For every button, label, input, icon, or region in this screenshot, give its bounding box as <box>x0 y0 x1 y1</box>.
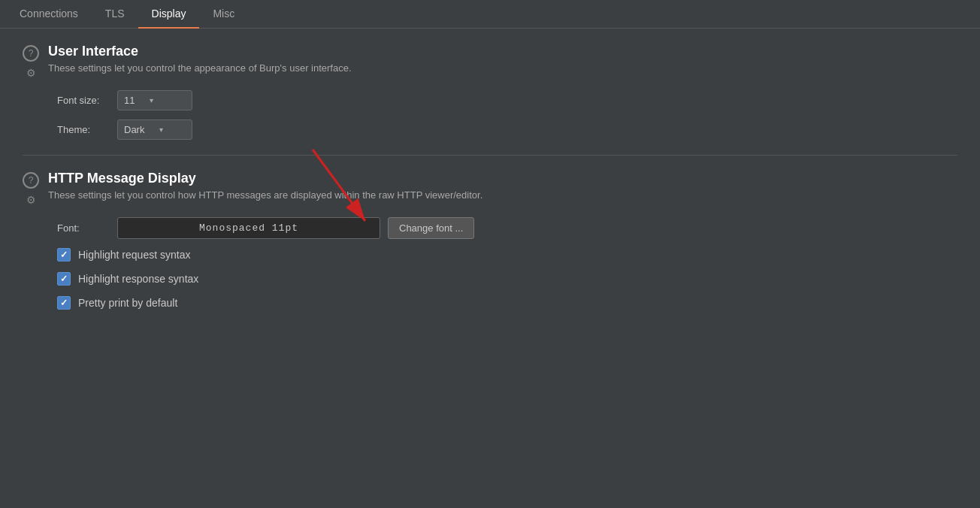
gear-icon-http[interactable]: ⚙ <box>23 192 39 208</box>
section-title-area-http: HTTP Message Display These settings let … <box>48 171 482 213</box>
highlight-request-checkbox[interactable]: ✓ <box>57 248 71 262</box>
http-message-display-section: ? ⚙ HTTP Message Display These settings … <box>23 171 957 310</box>
pretty-print-checkbox[interactable]: ✓ <box>57 296 71 310</box>
font-row: Font: Monospaced 11pt Change font ... <box>57 217 957 239</box>
font-row-container: Font: Monospaced 11pt Change font ... <box>57 217 957 239</box>
ui-section-desc: These settings let you control the appea… <box>48 62 352 74</box>
section-icons-http: ? ⚙ <box>23 172 39 208</box>
help-icon[interactable]: ? <box>23 45 39 62</box>
change-font-button[interactable]: Change font ... <box>388 217 474 239</box>
theme-value: Dark <box>124 124 144 135</box>
help-icon-http[interactable]: ? <box>23 172 39 189</box>
highlight-request-label: Highlight request syntax <box>78 249 190 261</box>
checkmark-icon: ✓ <box>60 298 68 307</box>
font-label: Font: <box>57 222 110 234</box>
font-size-select[interactable]: 11 ▾ <box>117 90 192 110</box>
tab-misc[interactable]: Misc <box>199 0 248 29</box>
section-header-ui: ? ⚙ User Interface These settings let yo… <box>23 44 957 86</box>
checkmark-icon: ✓ <box>60 274 68 283</box>
section-divider <box>23 155 957 156</box>
highlight-response-label: Highlight response syntax <box>78 273 198 285</box>
http-section-desc: These settings let you control how HTTP … <box>48 189 482 201</box>
theme-label: Theme: <box>57 124 110 135</box>
theme-chevron-icon: ▾ <box>159 125 163 134</box>
checkmark-icon: ✓ <box>60 250 68 259</box>
gear-icon[interactable]: ⚙ <box>23 65 39 81</box>
ui-section-body: Font size: 11 ▾ Theme: Dark ▾ <box>23 90 957 140</box>
http-section-title: HTTP Message Display <box>48 171 482 186</box>
font-size-row: Font size: 11 ▾ <box>57 90 957 110</box>
section-title-area-ui: User Interface These settings let you co… <box>48 44 352 86</box>
font-display: Monospaced 11pt <box>117 217 380 239</box>
tab-display[interactable]: Display <box>138 0 200 29</box>
tab-connections[interactable]: Connections <box>6 0 92 29</box>
theme-row: Theme: Dark ▾ <box>57 119 957 140</box>
highlight-response-checkbox[interactable]: ✓ <box>57 272 71 286</box>
section-icons-ui: ? ⚙ <box>23 45 39 81</box>
main-content: ? ⚙ User Interface These settings let yo… <box>0 29 980 335</box>
font-size-value: 11 <box>124 95 135 106</box>
user-interface-section: ? ⚙ User Interface These settings let yo… <box>23 44 957 140</box>
font-size-label: Font size: <box>57 95 110 106</box>
tab-tls[interactable]: TLS <box>92 0 138 29</box>
theme-select[interactable]: Dark ▾ <box>117 119 192 140</box>
section-header-http: ? ⚙ HTTP Message Display These settings … <box>23 171 957 213</box>
highlight-response-row: ✓ Highlight response syntax <box>57 272 957 286</box>
ui-section-title: User Interface <box>48 44 352 59</box>
pretty-print-label: Pretty print by default <box>78 297 177 309</box>
http-section-body: Font: Monospaced 11pt Change font ... <box>23 217 957 310</box>
pretty-print-row: ✓ Pretty print by default <box>57 296 957 310</box>
tab-bar: Connections TLS Display Misc <box>0 0 980 29</box>
highlight-request-row: ✓ Highlight request syntax <box>57 248 957 262</box>
font-size-chevron-icon: ▾ <box>150 96 153 104</box>
